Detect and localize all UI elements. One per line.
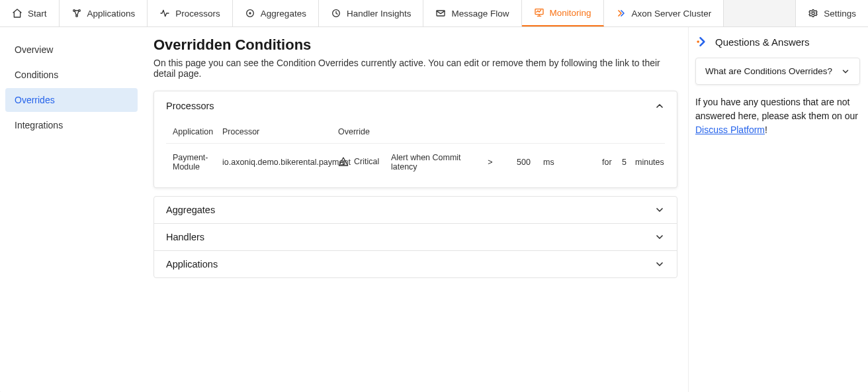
qa-accordion: What are Conditions Overrides? [695, 58, 860, 85]
qa-footer-pre: If you have any questions that are not a… [695, 97, 858, 121]
cell-operator: > [470, 144, 510, 181]
tab-label: Axon Server Cluster [632, 9, 712, 19]
panel-title: Handlers [166, 232, 204, 242]
qa-title-label: Questions & Answers [715, 36, 810, 48]
panel-processors: Processors [153, 91, 677, 188]
mail-icon [435, 8, 446, 19]
tab-label: Settings [824, 9, 856, 19]
gear-icon [808, 8, 818, 19]
col-application: Application [166, 121, 216, 144]
monitor-icon [534, 7, 544, 18]
panel-title: Applications [166, 259, 218, 270]
qa-footer-post: ! [765, 124, 767, 135]
svg-point-8 [812, 12, 814, 15]
chevron-down-icon [654, 259, 665, 270]
tab-processors[interactable]: Processors [148, 0, 233, 26]
qa-item-conditions-overrides[interactable]: What are Conditions Overrides? [696, 58, 859, 84]
svg-point-11 [697, 40, 699, 43]
axon-icon [616, 8, 627, 19]
chevron-down-icon [654, 205, 665, 215]
panel-title: Processors [166, 101, 214, 111]
panel-processors-header[interactable]: Processors [154, 91, 677, 121]
sidebar-item-label: Overrides [15, 95, 55, 105]
cell-severity: Critical [331, 144, 384, 181]
severity-label: Critical [354, 157, 379, 166]
sidebar-item-overview[interactable]: Overview [5, 38, 138, 62]
chevron-down-icon [841, 67, 850, 76]
sidebar-item-label: Integrations [15, 120, 63, 130]
table-row[interactable]: Payment-Module io.axoniq.demo.bikerental… [166, 144, 665, 181]
col-override: Override [331, 121, 665, 144]
chevron-up-icon [654, 101, 665, 111]
home-icon [12, 8, 22, 19]
tab-handler-insights[interactable]: Handler Insights [319, 0, 424, 26]
cell-rule: Alert when Commit latency [384, 144, 470, 181]
content-area: Overridden Conditions On this page you c… [143, 27, 688, 392]
cell-application: Payment-Module [166, 144, 216, 181]
panel-title: Aggregates [166, 205, 215, 215]
qa-item-label: What are Conditions Overrides? [705, 66, 832, 76]
sidebar-item-label: Overview [15, 44, 53, 55]
cell-dur-unit: minutes [629, 144, 665, 181]
cell-unit: ms [537, 144, 570, 181]
tab-label: Applications [87, 9, 136, 19]
tab-label: Aggregates [261, 9, 306, 19]
tab-monitoring[interactable]: Monitoring [522, 0, 604, 26]
tab-message-flow[interactable]: Message Flow [423, 0, 521, 26]
tab-start[interactable]: Start [0, 0, 60, 26]
qa-footer: If you have any questions that are not a… [695, 95, 860, 137]
sidebar-item-label: Conditions [15, 70, 58, 80]
qa-sidebar: Questions & Answers What are Conditions … [688, 27, 868, 392]
warning-icon [338, 156, 349, 167]
sidebar-item-conditions[interactable]: Conditions [5, 63, 138, 87]
tab-label: Start [28, 9, 47, 19]
nodes-icon [71, 8, 82, 19]
cell-dur-prefix: for [595, 144, 615, 181]
top-tab-bar: Start Applications Processors Aggregates… [0, 0, 868, 27]
panel-applications-header[interactable]: Applications [154, 250, 677, 277]
panel-aggregates-header[interactable]: Aggregates [154, 197, 677, 223]
target-icon [245, 8, 255, 19]
tab-applications[interactable]: Applications [60, 0, 148, 26]
cell-processor: io.axoniq.demo.bikerental.payment [216, 144, 331, 181]
sidebar-item-integrations[interactable]: Integrations [5, 113, 138, 137]
tab-label: Message Flow [451, 9, 509, 19]
tab-label: Monitoring [550, 8, 591, 18]
chevron-down-icon [654, 232, 665, 242]
tab-label: Handler Insights [347, 9, 412, 19]
qa-footer-link[interactable]: Discuss Platform [695, 124, 765, 135]
page-subtitle: On this page you can see the Condition O… [153, 58, 677, 79]
tab-label: Processors [175, 9, 220, 19]
collapsed-panels: Aggregates Handlers Applications [153, 196, 677, 278]
page-title: Overridden Conditions [153, 36, 677, 54]
pulse-icon [159, 8, 170, 19]
tab-aggregates[interactable]: Aggregates [233, 0, 319, 26]
svg-point-4 [249, 13, 251, 14]
topbar-spacer [724, 0, 795, 26]
insight-icon [331, 8, 341, 19]
panel-handlers-header[interactable]: Handlers [154, 223, 677, 250]
col-processor: Processor [216, 121, 331, 144]
cell-dur-value: 5 [615, 144, 629, 181]
tab-axon-cluster[interactable]: Axon Server Cluster [604, 0, 724, 26]
cell-value: 500 [510, 144, 537, 181]
overrides-table: Application Processor Override Payment-M… [166, 121, 665, 181]
axon-logo-icon [695, 35, 709, 48]
sidebar-item-overrides[interactable]: Overrides [5, 88, 138, 112]
sidebar: Overview Conditions Overrides Integratio… [0, 27, 143, 392]
svg-point-10 [343, 164, 343, 164]
tab-settings[interactable]: Settings [795, 0, 868, 26]
